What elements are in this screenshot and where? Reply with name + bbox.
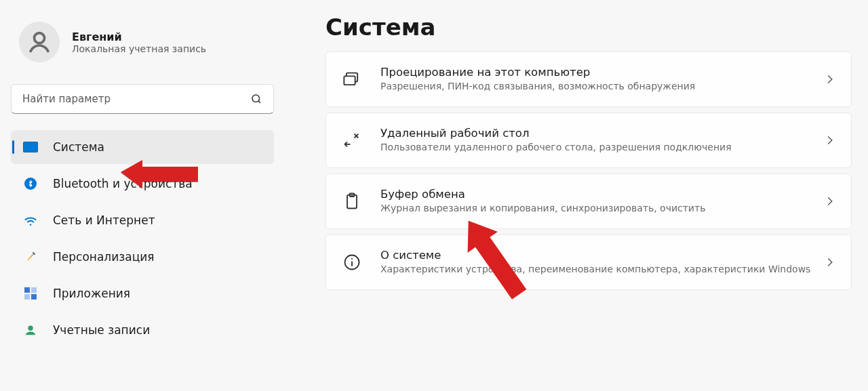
sidebar-item-label: Приложения <box>53 287 130 300</box>
sidebar-item-system[interactable]: Система <box>11 130 274 164</box>
svg-rect-2 <box>24 287 30 293</box>
account-icon <box>23 323 38 337</box>
page-title: Система <box>326 14 852 41</box>
svg-point-6 <box>28 325 33 330</box>
sidebar-item-label: Bluetooth и устройства <box>53 177 193 190</box>
card-title: Буфер обмена <box>380 188 814 201</box>
sidebar-item-label: Учетные записи <box>53 323 150 337</box>
card-subtitle: Разрешения, ПИН-код связывания, возможно… <box>380 80 814 93</box>
clipboard-icon <box>342 192 361 211</box>
card-about[interactable]: О системе Характеристики устройства, пер… <box>326 234 852 290</box>
sidebar-item-label: Система <box>53 140 104 154</box>
sidebar-item-accounts[interactable]: Учетные записи <box>11 313 274 347</box>
sidebar-nav: Система Bluetooth и устройства Сеть и Ин… <box>11 130 274 347</box>
sidebar-item-bluetooth[interactable]: Bluetooth и устройства <box>11 167 274 201</box>
svg-point-0 <box>35 33 45 43</box>
chevron-right-icon <box>825 75 835 84</box>
card-body: Проецирование на этот компьютер Разрешен… <box>380 66 814 93</box>
card-projecting[interactable]: Проецирование на этот компьютер Разрешен… <box>326 52 852 107</box>
svg-point-13 <box>351 258 353 259</box>
svg-rect-4 <box>24 294 30 300</box>
search-box[interactable] <box>11 84 274 114</box>
card-title: О системе <box>380 249 814 262</box>
card-body: О системе Характеристики устройства, пер… <box>380 249 814 276</box>
card-clipboard[interactable]: Буфер обмена Журнал вырезания и копирова… <box>326 173 852 229</box>
chevron-right-icon <box>825 136 835 145</box>
user-text: Евгений Локальная учетная запись <box>72 30 206 54</box>
apps-icon <box>23 286 38 301</box>
svg-rect-8 <box>344 76 355 85</box>
sidebar-item-label: Сеть и Интернет <box>53 213 155 227</box>
remote-desktop-icon <box>342 131 361 150</box>
monitor-icon <box>23 140 38 155</box>
card-body: Удаленный рабочий стол Пользователи удал… <box>380 127 814 154</box>
brush-icon <box>23 249 38 264</box>
avatar <box>19 22 60 62</box>
sidebar: Евгений Локальная учетная запись Система… <box>0 0 285 391</box>
sidebar-item-apps[interactable]: Приложения <box>11 276 274 310</box>
card-subtitle: Журнал вырезания и копирования, синхрони… <box>380 202 814 215</box>
main: Система Проецирование на этот компьютер … <box>285 0 868 391</box>
bluetooth-icon <box>23 176 38 191</box>
svg-rect-5 <box>31 294 37 300</box>
user-icon <box>26 28 53 56</box>
search-input[interactable] <box>22 93 250 105</box>
card-title: Проецирование на этот компьютер <box>380 66 814 79</box>
card-title: Удаленный рабочий стол <box>380 127 814 140</box>
card-body: Буфер обмена Журнал вырезания и копирова… <box>380 188 814 215</box>
sidebar-item-label: Персонализация <box>53 250 155 264</box>
chevron-right-icon <box>825 258 835 267</box>
sidebar-item-personalization[interactable]: Персонализация <box>11 240 274 274</box>
svg-rect-3 <box>31 287 37 293</box>
svg-point-1 <box>252 95 260 102</box>
card-remote-desktop[interactable]: Удаленный рабочий стол Пользователи удал… <box>326 112 852 168</box>
card-subtitle: Пользователи удаленного рабочего стола, … <box>380 141 814 154</box>
user-subtitle: Локальная учетная запись <box>72 43 206 54</box>
chevron-right-icon <box>825 197 835 206</box>
info-icon <box>342 253 361 272</box>
projecting-icon <box>342 70 361 89</box>
wifi-icon <box>23 213 38 228</box>
sidebar-item-network[interactable]: Сеть и Интернет <box>11 203 274 237</box>
user-name: Евгений <box>72 30 206 43</box>
user-block: Евгений Локальная учетная запись <box>11 22 274 79</box>
card-subtitle: Характеристики устройства, переименовани… <box>380 263 814 276</box>
search-icon <box>250 93 262 105</box>
